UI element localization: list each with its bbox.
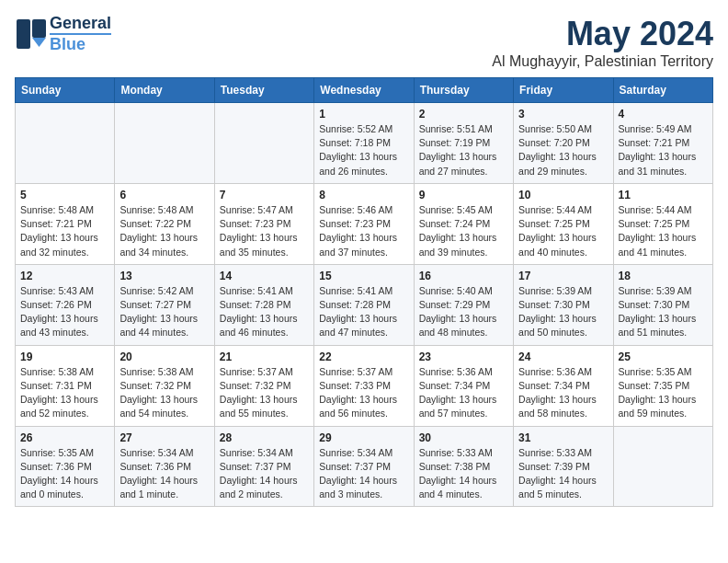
header-monday: Monday <box>115 78 214 103</box>
day-number: 20 <box>119 350 209 363</box>
calendar-cell: 9Sunrise: 5:45 AM Sunset: 7:24 PM Daylig… <box>414 183 513 264</box>
calendar-cell: 25Sunrise: 5:35 AM Sunset: 7:35 PM Dayli… <box>613 345 712 426</box>
calendar-table: Sunday Monday Tuesday Wednesday Thursday… <box>15 77 713 507</box>
calendar-cell: 1Sunrise: 5:52 AM Sunset: 7:18 PM Daylig… <box>314 103 414 184</box>
day-info: Sunrise: 5:41 AM Sunset: 7:28 PM Dayligh… <box>220 284 309 340</box>
calendar-subtitle: Al Mughayyir, Palestinian Territory <box>492 53 713 70</box>
day-number: 16 <box>419 270 508 282</box>
day-number: 22 <box>319 350 408 363</box>
day-number: 3 <box>518 108 608 121</box>
calendar-cell: 4Sunrise: 5:49 AM Sunset: 7:21 PM Daylig… <box>613 103 712 184</box>
day-number: 17 <box>518 270 608 282</box>
calendar-cell: 5Sunrise: 5:48 AM Sunset: 7:21 PM Daylig… <box>16 183 115 264</box>
day-info: Sunrise: 5:36 AM Sunset: 7:34 PM Dayligh… <box>419 365 508 421</box>
day-number: 18 <box>619 270 708 282</box>
calendar-cell: 22Sunrise: 5:37 AM Sunset: 7:33 PM Dayli… <box>314 345 414 426</box>
calendar-cell: 29Sunrise: 5:34 AM Sunset: 7:37 PM Dayli… <box>314 426 414 507</box>
day-info: Sunrise: 5:37 AM Sunset: 7:33 PM Dayligh… <box>319 365 408 421</box>
day-info: Sunrise: 5:36 AM Sunset: 7:34 PM Dayligh… <box>518 365 608 421</box>
day-info: Sunrise: 5:34 AM Sunset: 7:37 PM Dayligh… <box>220 446 309 502</box>
calendar-cell: 19Sunrise: 5:38 AM Sunset: 7:31 PM Dayli… <box>16 345 115 426</box>
day-info: Sunrise: 5:43 AM Sunset: 7:26 PM Dayligh… <box>20 284 109 340</box>
day-number: 26 <box>20 431 109 444</box>
header-friday: Friday <box>514 78 613 103</box>
day-info: Sunrise: 5:44 AM Sunset: 7:25 PM Dayligh… <box>518 203 608 259</box>
calendar-header-row: Sunday Monday Tuesday Wednesday Thursday… <box>16 78 713 103</box>
calendar-cell: 23Sunrise: 5:36 AM Sunset: 7:34 PM Dayli… <box>414 345 513 426</box>
day-info: Sunrise: 5:39 AM Sunset: 7:30 PM Dayligh… <box>619 284 708 340</box>
calendar-week-1: 1Sunrise: 5:52 AM Sunset: 7:18 PM Daylig… <box>16 103 713 184</box>
calendar-cell: 11Sunrise: 5:44 AM Sunset: 7:25 PM Dayli… <box>613 183 712 264</box>
calendar-cell <box>214 103 313 184</box>
calendar-cell: 2Sunrise: 5:51 AM Sunset: 7:19 PM Daylig… <box>414 103 513 184</box>
day-number: 29 <box>319 431 408 444</box>
calendar-cell: 20Sunrise: 5:38 AM Sunset: 7:32 PM Dayli… <box>115 345 214 426</box>
calendar-cell: 3Sunrise: 5:50 AM Sunset: 7:20 PM Daylig… <box>514 103 613 184</box>
day-info: Sunrise: 5:34 AM Sunset: 7:37 PM Dayligh… <box>319 446 408 502</box>
logo-general: General <box>50 15 111 33</box>
day-info: Sunrise: 5:38 AM Sunset: 7:32 PM Dayligh… <box>119 365 209 421</box>
day-info: Sunrise: 5:50 AM Sunset: 7:20 PM Dayligh… <box>518 122 608 178</box>
calendar-cell: 14Sunrise: 5:41 AM Sunset: 7:28 PM Dayli… <box>214 264 313 345</box>
calendar-cell: 28Sunrise: 5:34 AM Sunset: 7:37 PM Dayli… <box>214 426 313 507</box>
day-info: Sunrise: 5:44 AM Sunset: 7:25 PM Dayligh… <box>619 203 708 259</box>
day-number: 14 <box>220 270 309 282</box>
day-number: 25 <box>619 350 708 363</box>
day-info: Sunrise: 5:33 AM Sunset: 7:39 PM Dayligh… <box>518 446 608 502</box>
day-info: Sunrise: 5:35 AM Sunset: 7:35 PM Dayligh… <box>619 365 708 421</box>
header-saturday: Saturday <box>613 78 712 103</box>
day-number: 6 <box>119 189 209 201</box>
calendar-cell: 6Sunrise: 5:48 AM Sunset: 7:22 PM Daylig… <box>115 183 214 264</box>
svg-rect-1 <box>32 19 46 38</box>
calendar-cell: 16Sunrise: 5:40 AM Sunset: 7:29 PM Dayli… <box>414 264 513 345</box>
day-info: Sunrise: 5:37 AM Sunset: 7:32 PM Dayligh… <box>220 365 309 421</box>
svg-rect-0 <box>17 19 30 49</box>
day-info: Sunrise: 5:48 AM Sunset: 7:22 PM Dayligh… <box>119 203 209 259</box>
calendar-cell: 21Sunrise: 5:37 AM Sunset: 7:32 PM Dayli… <box>214 345 313 426</box>
day-number: 19 <box>20 350 109 363</box>
day-number: 5 <box>20 189 109 201</box>
day-number: 31 <box>518 431 608 444</box>
title-block: May 2024 Al Mughayyir, Palestinian Terri… <box>492 15 713 70</box>
calendar-cell: 27Sunrise: 5:34 AM Sunset: 7:36 PM Dayli… <box>115 426 214 507</box>
calendar-cell <box>613 426 712 507</box>
calendar-cell <box>115 103 214 184</box>
day-number: 15 <box>319 270 408 282</box>
day-info: Sunrise: 5:49 AM Sunset: 7:21 PM Dayligh… <box>619 122 708 178</box>
calendar-cell: 12Sunrise: 5:43 AM Sunset: 7:26 PM Dayli… <box>16 264 115 345</box>
day-number: 2 <box>419 108 508 121</box>
day-info: Sunrise: 5:46 AM Sunset: 7:23 PM Dayligh… <box>319 203 408 259</box>
day-info: Sunrise: 5:34 AM Sunset: 7:36 PM Dayligh… <box>119 446 209 502</box>
day-number: 9 <box>419 189 508 201</box>
day-info: Sunrise: 5:47 AM Sunset: 7:23 PM Dayligh… <box>220 203 309 259</box>
calendar-title: May 2024 <box>492 15 713 53</box>
day-number: 28 <box>220 431 309 444</box>
day-number: 30 <box>419 431 508 444</box>
day-info: Sunrise: 5:39 AM Sunset: 7:30 PM Dayligh… <box>518 284 608 340</box>
header-tuesday: Tuesday <box>214 78 313 103</box>
calendar-cell: 15Sunrise: 5:41 AM Sunset: 7:28 PM Dayli… <box>314 264 414 345</box>
day-info: Sunrise: 5:41 AM Sunset: 7:28 PM Dayligh… <box>319 284 408 340</box>
calendar-week-2: 5Sunrise: 5:48 AM Sunset: 7:21 PM Daylig… <box>16 183 713 264</box>
day-info: Sunrise: 5:38 AM Sunset: 7:31 PM Dayligh… <box>20 365 109 421</box>
calendar-cell: 26Sunrise: 5:35 AM Sunset: 7:36 PM Dayli… <box>16 426 115 507</box>
day-info: Sunrise: 5:40 AM Sunset: 7:29 PM Dayligh… <box>419 284 508 340</box>
calendar-cell: 31Sunrise: 5:33 AM Sunset: 7:39 PM Dayli… <box>514 426 613 507</box>
day-info: Sunrise: 5:35 AM Sunset: 7:36 PM Dayligh… <box>20 446 109 502</box>
calendar-cell: 24Sunrise: 5:36 AM Sunset: 7:34 PM Dayli… <box>514 345 613 426</box>
day-number: 10 <box>518 189 608 201</box>
day-number: 21 <box>220 350 309 363</box>
day-number: 7 <box>220 189 309 201</box>
header-sunday: Sunday <box>16 78 115 103</box>
calendar-cell: 7Sunrise: 5:47 AM Sunset: 7:23 PM Daylig… <box>214 183 313 264</box>
page-header: General Blue May 2024 Al Mughayyir, Pale… <box>15 15 713 70</box>
svg-marker-2 <box>32 38 46 47</box>
day-info: Sunrise: 5:52 AM Sunset: 7:18 PM Dayligh… <box>319 122 408 178</box>
calendar-cell: 10Sunrise: 5:44 AM Sunset: 7:25 PM Dayli… <box>514 183 613 264</box>
day-number: 8 <box>319 189 408 201</box>
calendar-cell: 13Sunrise: 5:42 AM Sunset: 7:27 PM Dayli… <box>115 264 214 345</box>
calendar-cell: 30Sunrise: 5:33 AM Sunset: 7:38 PM Dayli… <box>414 426 513 507</box>
day-number: 24 <box>518 350 608 363</box>
calendar-cell: 8Sunrise: 5:46 AM Sunset: 7:23 PM Daylig… <box>314 183 414 264</box>
header-thursday: Thursday <box>414 78 513 103</box>
